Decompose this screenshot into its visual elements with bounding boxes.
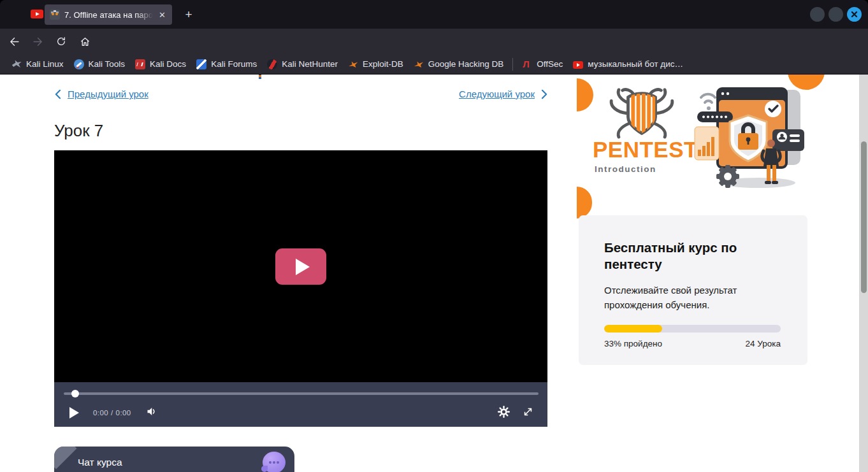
tab-bar: 7. Offline атака на пароли ✕ +: [0, 0, 868, 29]
bird-icon: [414, 59, 424, 69]
lesson-title: Урок 7: [54, 121, 103, 141]
player-controls: 0:00/0:00: [54, 382, 547, 427]
seek-handle[interactable]: [71, 390, 79, 397]
tab-title: 7. Offline атака на пароли: [64, 10, 153, 20]
browser-window: 7. Offline атака на пароли ✕ + http: [0, 0, 868, 472]
bookmark-item[interactable]: Kali NetHunter: [262, 57, 343, 71]
bookmarks-separator: [512, 58, 513, 71]
seek-bar[interactable]: [64, 392, 539, 395]
youtube-icon: [31, 10, 43, 18]
kali-nethunter-icon: [267, 59, 277, 69]
scrollbar-thumb[interactable]: [861, 141, 867, 293]
home-button[interactable]: [75, 32, 94, 50]
bookmark-item[interactable]: Kali Tools: [69, 57, 131, 71]
course-card-description: Отслеживайте свой результат прохождения …: [604, 283, 757, 312]
page-scrollbar[interactable]: [859, 75, 868, 472]
orange-decor-top-left: [577, 78, 593, 111]
close-button[interactable]: [847, 7, 862, 22]
video-player: 0:00/0:00: [54, 150, 547, 427]
progress-percent-label: 33% пройдено: [604, 339, 662, 348]
codeby-favicon-icon: [50, 10, 60, 20]
bird-icon: [348, 59, 358, 69]
minimize-button[interactable]: [810, 7, 825, 22]
course-progress-labels: 33% пройдено 24 Урока: [604, 339, 781, 348]
controls-right: [498, 406, 533, 420]
video-screen[interactable]: [54, 150, 547, 382]
kali-docs-icon: [135, 59, 145, 69]
lesson-navigation: Предыдущий урок Следующий урок: [54, 89, 548, 99]
volume-button[interactable]: [145, 406, 157, 420]
bookmark-item[interactable]: музыкальный бот дис…: [568, 57, 688, 71]
volume-icon: [145, 406, 157, 417]
prev-lesson-link[interactable]: Предыдущий урок: [68, 89, 148, 99]
pentest-brand: PENTEST Introduction: [593, 137, 698, 174]
controls-row: 0:00/0:00: [54, 400, 547, 426]
reload-button[interactable]: [52, 32, 71, 50]
home-icon: [80, 36, 90, 47]
course-progress-bar: [604, 325, 781, 333]
chevron-left-icon: [54, 89, 61, 99]
fullscreen-icon: [523, 406, 533, 417]
forward-button[interactable]: [28, 32, 47, 50]
bookmark-item[interactable]: Google Hacking DB: [409, 57, 509, 71]
bookmark-item[interactable]: Kali Linux: [6, 57, 69, 71]
kali-linux-icon: [11, 59, 22, 69]
page-content: Предыдущий урок Следующий урок Урок 7 0: [0, 75, 868, 472]
pentest-spider-logo: [604, 87, 679, 139]
pinned-tab-youtube[interactable]: [28, 5, 46, 23]
back-button[interactable]: [4, 32, 24, 50]
bookmark-item[interactable]: Kali Docs: [130, 57, 191, 71]
bookmarks-bar: Kali Linux Kali Tools Kali Docs Kali For…: [0, 54, 868, 75]
security-illustration: [692, 76, 808, 194]
kali-forums-icon: [196, 59, 206, 69]
course-progress-fill: [604, 325, 662, 333]
maximize-button[interactable]: [828, 7, 843, 22]
course-progress-card: Бесплатный курс по пентесту Отслеживайте…: [579, 215, 807, 365]
next-lesson-link[interactable]: Следующий урок: [459, 89, 535, 99]
fullscreen-button[interactable]: [523, 406, 533, 420]
bookmark-item[interactable]: OffSec: [517, 57, 568, 71]
youtube-icon: [573, 61, 583, 69]
big-play-button[interactable]: [275, 248, 326, 285]
next-lesson-link-wrap: Следующий урок: [459, 89, 548, 99]
lessons-count-label: 24 Урока: [746, 339, 781, 348]
time-display: 0:00/0:00: [93, 409, 131, 417]
close-icon: [851, 11, 858, 18]
tab-close-button[interactable]: ✕: [157, 10, 167, 20]
reload-icon: [56, 36, 66, 46]
new-tab-button[interactable]: +: [181, 7, 196, 22]
chat-bubble-icon[interactable]: [263, 452, 286, 472]
forward-icon: [33, 36, 43, 47]
gear-icon: [498, 406, 510, 418]
offsec-icon: [522, 59, 532, 69]
partial-header-artifact: [259, 75, 261, 79]
chat-title: Чат курса: [78, 457, 122, 468]
prev-lesson-link-wrap: Предыдущий урок: [54, 89, 148, 99]
settings-button[interactable]: [498, 406, 510, 420]
brand-subtitle: Introduction: [595, 164, 698, 174]
kali-tools-icon: [74, 59, 84, 69]
bookmark-item[interactable]: Exploit-DB: [343, 57, 409, 71]
play-button[interactable]: [69, 407, 79, 418]
navigation-bar: https://codeby.school/training/view/urok…: [0, 29, 868, 54]
course-chat-widget[interactable]: Чат курса: [54, 447, 294, 472]
chevron-right-icon: [541, 89, 548, 99]
bookmark-item[interactable]: Kali Forums: [191, 57, 262, 71]
orange-decor-bottom-left: [577, 187, 592, 218]
window-controls: [810, 7, 862, 22]
brand-title: PENTEST: [593, 137, 698, 162]
course-card-title: Бесплатный курс по пентесту: [604, 240, 776, 273]
active-tab[interactable]: 7. Offline атака на пароли ✕: [45, 4, 172, 25]
back-icon: [9, 36, 20, 47]
